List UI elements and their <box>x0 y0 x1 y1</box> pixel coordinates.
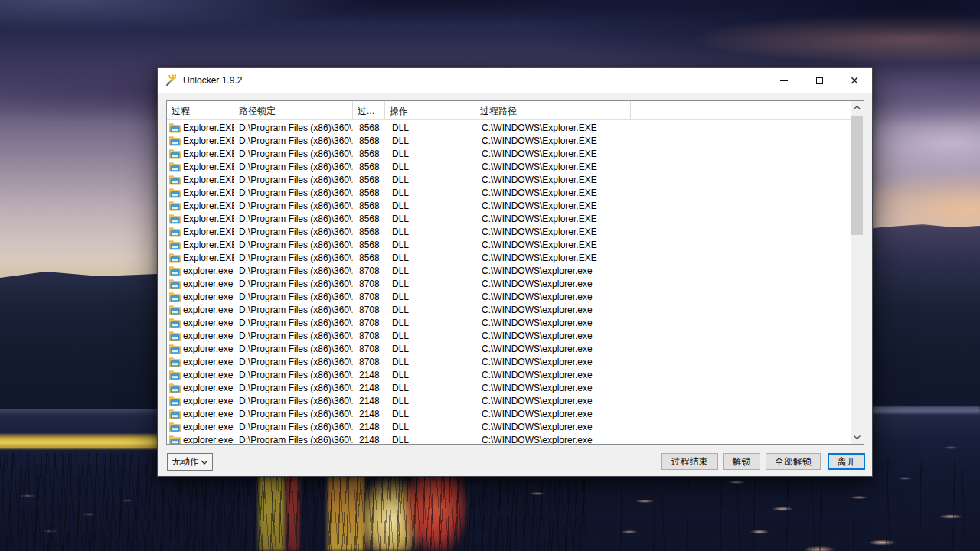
table-row[interactable]: Explorer.EXE D:\Program Files (x86)\360\… <box>167 212 851 225</box>
unlock-button[interactable]: 解锁 <box>723 453 760 470</box>
table-row[interactable]: explorer.exe D:\Program Files (x86)\360\… <box>167 433 851 444</box>
minimize-button[interactable] <box>766 68 802 93</box>
process-cell: explorer.exe <box>167 357 234 367</box>
wallpaper-waterline <box>864 406 980 413</box>
explorer-folder-icon <box>169 266 181 276</box>
chevron-down-icon <box>854 435 861 439</box>
path-locked-cell: D:\Program Files (x86)\360\... <box>234 161 353 172</box>
action-cell: DLL <box>385 201 475 211</box>
action-cell: DLL <box>385 161 475 172</box>
table-row[interactable]: Explorer.EXE D:\Program Files (x86)\360\… <box>167 251 851 264</box>
action-cell: DLL <box>385 435 475 445</box>
explorer-folder-icon <box>169 214 181 224</box>
process-path-cell: C:\WINDOWS\Explorer.EXE <box>475 201 631 211</box>
column-header[interactable]: 操作 <box>385 101 475 119</box>
process-path-cell: C:\WINDOWS\explorer.exe <box>475 396 631 406</box>
scroll-down-button[interactable] <box>851 431 864 444</box>
table-row[interactable]: explorer.exe D:\Program Files (x86)\360\… <box>167 420 851 433</box>
process-cell: Explorer.EXE <box>167 148 234 159</box>
table-row[interactable]: explorer.exe D:\Program Files (x86)\360\… <box>167 342 851 355</box>
action-cell: DLL <box>385 409 475 419</box>
explorer-folder-icon <box>169 318 181 328</box>
process-name: explorer.exe <box>183 279 233 289</box>
table-row[interactable]: explorer.exe D:\Program Files (x86)\360\… <box>167 355 851 368</box>
table-row[interactable]: Explorer.EXE D:\Program Files (x86)\360\… <box>167 160 851 173</box>
table-row[interactable]: Explorer.EXE D:\Program Files (x86)\360\… <box>167 238 851 251</box>
process-cell: explorer.exe <box>167 370 234 380</box>
scrollbar-thumb[interactable] <box>851 116 863 235</box>
table-row[interactable]: Explorer.EXE D:\Program Files (x86)\360\… <box>167 134 851 147</box>
path-locked-cell: D:\Program Files (x86)\360\... <box>234 396 353 406</box>
table-row[interactable]: explorer.exe D:\Program Files (x86)\360\… <box>167 329 851 342</box>
column-header[interactable]: 过... <box>353 101 385 119</box>
process-name: Explorer.EXE <box>183 148 234 159</box>
action-dropdown[interactable]: 无动作 <box>167 453 213 471</box>
kill-process-button[interactable]: 过程结束 <box>661 453 718 470</box>
vertical-scrollbar[interactable] <box>851 101 864 444</box>
path-locked-cell: D:\Program Files (x86)\360\... <box>234 357 353 367</box>
process-path-cell: C:\WINDOWS\Explorer.EXE <box>475 122 631 133</box>
table-row[interactable]: explorer.exe D:\Program Files (x86)\360\… <box>167 381 851 394</box>
quit-button[interactable]: 离开 <box>828 453 865 470</box>
pid-cell: 8708 <box>353 292 385 302</box>
column-header[interactable]: 路径锁定 <box>234 101 353 119</box>
path-locked-cell: D:\Program Files (x86)\360\... <box>234 370 353 380</box>
chevron-down-icon <box>201 460 208 465</box>
path-locked-cell: D:\Program Files (x86)\360\... <box>234 201 353 211</box>
process-path-cell: C:\WINDOWS\Explorer.EXE <box>475 174 631 185</box>
process-path-cell: C:\WINDOWS\explorer.exe <box>475 422 631 432</box>
process-path-cell: C:\WINDOWS\explorer.exe <box>475 357 631 367</box>
table-row[interactable]: explorer.exe D:\Program Files (x86)\360\… <box>167 394 851 407</box>
explorer-folder-icon <box>169 344 181 354</box>
table-row[interactable]: explorer.exe D:\Program Files (x86)\360\… <box>167 407 851 420</box>
scroll-up-button[interactable] <box>851 101 864 114</box>
action-cell: DLL <box>385 370 475 380</box>
explorer-folder-icon <box>169 383 181 393</box>
table-row[interactable]: explorer.exe D:\Program Files (x86)\360\… <box>167 316 851 329</box>
explorer-folder-icon <box>169 305 181 315</box>
pid-cell: 8568 <box>353 174 385 185</box>
process-name: explorer.exe <box>183 331 233 341</box>
table-row[interactable]: Explorer.EXE D:\Program Files (x86)\360\… <box>167 186 851 199</box>
column-header[interactable]: 过程路径 <box>475 101 631 119</box>
table-row[interactable]: explorer.exe D:\Program Files (x86)\360\… <box>167 290 851 303</box>
process-cell: explorer.exe <box>167 422 234 432</box>
path-locked-cell: D:\Program Files (x86)\360\... <box>234 422 353 432</box>
maximize-button[interactable] <box>802 68 837 93</box>
table-row[interactable]: explorer.exe D:\Program Files (x86)\360\… <box>167 264 851 277</box>
explorer-folder-icon <box>169 279 181 289</box>
explorer-folder-icon <box>169 174 181 185</box>
table-row[interactable]: Explorer.EXE D:\Program Files (x86)\360\… <box>167 225 851 238</box>
table-row[interactable]: Explorer.EXE D:\Program Files (x86)\360\… <box>167 121 851 134</box>
close-button[interactable]: × <box>837 68 872 93</box>
table-row[interactable]: explorer.exe D:\Program Files (x86)\360\… <box>167 303 851 316</box>
process-name: explorer.exe <box>183 383 233 393</box>
process-path-cell: C:\WINDOWS\Explorer.EXE <box>475 227 631 237</box>
table-row[interactable]: Explorer.EXE D:\Program Files (x86)\360\… <box>167 173 851 186</box>
action-cell: DLL <box>385 122 475 133</box>
pid-cell: 8708 <box>353 305 385 315</box>
column-header[interactable]: 过程 <box>167 101 234 119</box>
table-row[interactable]: Explorer.EXE D:\Program Files (x86)\360\… <box>167 147 851 160</box>
pid-cell: 8568 <box>353 227 385 237</box>
process-cell: explorer.exe <box>167 292 234 302</box>
action-cell: DLL <box>385 396 475 406</box>
explorer-folder-icon <box>169 227 181 237</box>
column-header[interactable] <box>631 101 851 119</box>
table-row[interactable]: explorer.exe D:\Program Files (x86)\360\… <box>167 277 851 290</box>
action-cell: DLL <box>385 292 475 302</box>
pid-cell: 8568 <box>353 161 385 172</box>
action-cell: DLL <box>385 240 475 250</box>
unlock-all-button[interactable]: 全部解锁 <box>766 453 821 470</box>
table-row[interactable]: Explorer.EXE D:\Program Files (x86)\360\… <box>167 199 851 212</box>
explorer-folder-icon <box>169 396 181 406</box>
path-locked-cell: D:\Program Files (x86)\360\... <box>234 227 353 237</box>
explorer-folder-icon <box>169 161 181 172</box>
process-path-cell: C:\WINDOWS\Explorer.EXE <box>475 253 631 263</box>
process-cell: Explorer.EXE <box>167 240 234 250</box>
explorer-folder-icon <box>169 409 181 419</box>
pid-cell: 8568 <box>353 240 385 250</box>
titlebar[interactable]: Unlocker 1.9.2 × <box>158 68 872 93</box>
table-row[interactable]: explorer.exe D:\Program Files (x86)\360\… <box>167 368 851 381</box>
action-cell: DLL <box>385 422 475 432</box>
